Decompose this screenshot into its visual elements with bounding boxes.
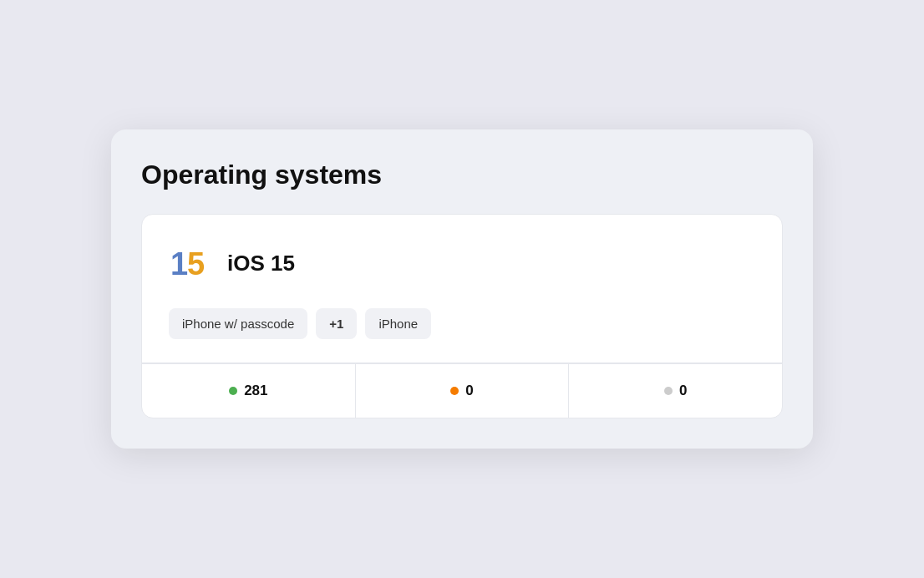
page-title: Operating systems: [141, 160, 783, 190]
stat-value-green: 281: [244, 383, 267, 399]
os-name: iOS 15: [227, 251, 295, 276]
stat-value-orange: 0: [465, 383, 473, 399]
dot-gray-icon: [664, 387, 673, 395]
stats-row: 281 0 0: [142, 363, 782, 418]
stat-cell-orange: 0: [356, 364, 570, 418]
stat-cell-green: 281: [142, 364, 356, 418]
stat-cell-gray: 0: [569, 364, 782, 418]
outer-card: Operating systems 1 5 iOS 15 iPhone w/: [111, 129, 813, 449]
tag-count[interactable]: +1: [316, 308, 357, 339]
ios-logo-icon: 1 5: [169, 241, 212, 285]
tag-iphone[interactable]: iPhone: [365, 308, 431, 339]
inner-card: 1 5 iOS 15 iPhone w/ passcode +1 iPhone …: [141, 214, 783, 418]
svg-text:1: 1: [170, 246, 188, 281]
os-header: 1 5 iOS 15: [169, 241, 755, 285]
stat-value-gray: 0: [679, 383, 687, 399]
dot-orange-icon: [450, 387, 459, 395]
tags-container: iPhone w/ passcode +1 iPhone: [169, 308, 755, 339]
tag-iphone-passcode[interactable]: iPhone w/ passcode: [169, 308, 307, 339]
os-info-section: 1 5 iOS 15 iPhone w/ passcode +1 iPhone: [142, 215, 782, 363]
svg-text:5: 5: [187, 246, 205, 281]
dot-green-icon: [229, 387, 237, 395]
